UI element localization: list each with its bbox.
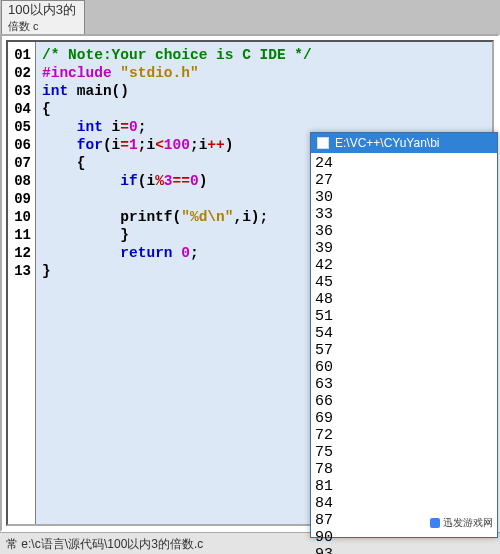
- console-line: 90: [315, 529, 493, 546]
- code-line[interactable]: /* Note:Your choice is C IDE */: [42, 46, 492, 64]
- line-number: 11: [8, 226, 35, 244]
- line-number: 08: [8, 172, 35, 190]
- console-line: 27: [315, 172, 493, 189]
- line-number: 06: [8, 136, 35, 154]
- console-line: 48: [315, 291, 493, 308]
- console-line: 84: [315, 495, 493, 512]
- line-number: 10: [8, 208, 35, 226]
- file-tab[interactable]: 100以内3的 倍数 c: [1, 0, 85, 34]
- line-number: 07: [8, 154, 35, 172]
- watermark-text: 迅发游戏网: [443, 516, 493, 530]
- line-number: 02: [8, 64, 35, 82]
- console-line: 39: [315, 240, 493, 257]
- console-line: 54: [315, 325, 493, 342]
- console-titlebar[interactable]: E:\VC++\CYuYan\bi: [311, 133, 497, 153]
- code-line[interactable]: int main(): [42, 82, 492, 100]
- line-number: 12: [8, 244, 35, 262]
- console-icon: [317, 137, 329, 149]
- console-line: 57: [315, 342, 493, 359]
- console-line: 24: [315, 155, 493, 172]
- console-title-text: E:\VC++\CYuYan\bi: [335, 136, 440, 150]
- console-line: 51: [315, 308, 493, 325]
- tab-label-line1: 100以内3的: [8, 2, 76, 18]
- console-line: 60: [315, 359, 493, 376]
- console-output: 2427303336394245485154576063666972757881…: [311, 153, 497, 554]
- console-line: 30: [315, 189, 493, 206]
- console-line: 36: [315, 223, 493, 240]
- console-line: 78: [315, 461, 493, 478]
- console-line: 69: [315, 410, 493, 427]
- tab-label-line2: 倍数 c: [8, 18, 76, 34]
- console-line: 66: [315, 393, 493, 410]
- console-line: 42: [315, 257, 493, 274]
- watermark-icon: [430, 518, 440, 528]
- console-line: 45: [315, 274, 493, 291]
- code-line[interactable]: #include "stdio.h": [42, 64, 492, 82]
- console-window[interactable]: E:\VC++\CYuYan\bi 2427303336394245485154…: [310, 132, 498, 538]
- line-number: 04: [8, 100, 35, 118]
- console-line: 33: [315, 206, 493, 223]
- console-line: 75: [315, 444, 493, 461]
- console-line: 81: [315, 478, 493, 495]
- line-number: 13: [8, 262, 35, 280]
- watermark: 迅发游戏网: [427, 516, 496, 530]
- console-line: 93: [315, 546, 493, 554]
- console-line: 72: [315, 427, 493, 444]
- status-text: 常 e:\c语言\源代码\100以内3的倍数.c: [6, 537, 203, 551]
- line-number-gutter: 01020304050607080910111213: [8, 42, 36, 524]
- line-number: 03: [8, 82, 35, 100]
- code-line[interactable]: {: [42, 100, 492, 118]
- line-number: 05: [8, 118, 35, 136]
- console-line: 63: [315, 376, 493, 393]
- line-number: 09: [8, 190, 35, 208]
- line-number: 01: [8, 46, 35, 64]
